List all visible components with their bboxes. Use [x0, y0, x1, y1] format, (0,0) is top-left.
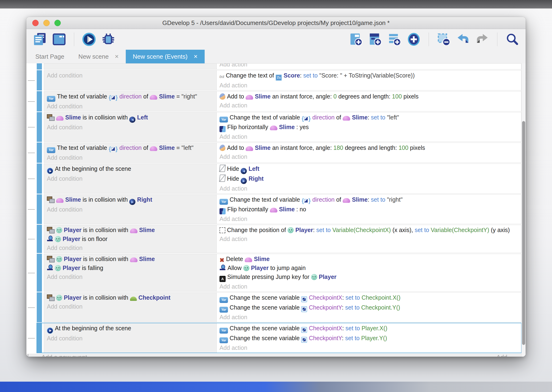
actions-cell[interactable]: VarChange the scene variable CheckpointX… [217, 323, 521, 353]
add-action-button[interactable]: Add action [220, 132, 518, 141]
action-line[interactable]: Hide ▶Right [220, 174, 518, 184]
add-action-button[interactable]: Add action [220, 214, 518, 223]
condition-line[interactable]: Slime is in collision with ◀Left [47, 113, 215, 123]
tab-new-scene-events[interactable]: New scene (Events)× [126, 50, 205, 63]
project-manager-button[interactable] [33, 33, 47, 46]
conditions-cell[interactable]: VarThe text of variable {}direction of S… [44, 91, 217, 111]
event-drag-handle[interactable] [37, 112, 42, 142]
conditions-cell[interactable]: Slime is in collision with ▶RightAdd con… [44, 195, 217, 224]
action-line[interactable]: VarChange the scene variable CheckpointY… [220, 334, 518, 343]
condition-line[interactable]: VarThe text of variable {}direction of S… [47, 143, 215, 153]
actions-cell[interactable]: Hide ◀LeftHide ▶RightAdd action [217, 164, 521, 193]
conditions-cell[interactable]: Slime is in collision with ◀LeftAdd cond… [44, 112, 217, 142]
add-condition-button[interactable]: Add condition [47, 71, 215, 80]
condition-line[interactable]: Player is on floor [47, 234, 215, 243]
add-condition-button[interactable]: Add condition [47, 102, 215, 111]
event-row[interactable]: VarThe text of variable {}direction of S… [37, 142, 521, 163]
action-line[interactable]: txtChange the text of TxScore: set to "S… [220, 71, 518, 81]
action-line[interactable]: ↔Flip horizontally Slime : yes [220, 123, 518, 132]
add-action-button[interactable]: Add action [220, 81, 518, 90]
scrollbar-thumb[interactable] [522, 121, 525, 345]
tab-new-scene[interactable]: New scene× [71, 50, 126, 63]
conditions-cell[interactable]: ▶At the beginning of the sceneAdd condit… [44, 164, 217, 193]
actions-cell[interactable]: VarChange the scene variable CheckpointX… [217, 293, 521, 322]
actions-cell[interactable]: Add to Slime an instant force, angle: 18… [217, 143, 521, 162]
event-drag-handle[interactable] [37, 70, 42, 91]
tab-close-icon[interactable]: × [194, 53, 198, 60]
action-line[interactable]: Add to Slime an instant force, angle: 18… [220, 143, 518, 152]
add-condition-button[interactable]: Add condition [47, 334, 215, 343]
conditions-cell[interactable]: Player is in collision with SlimePlayer … [44, 225, 217, 253]
delete-selection-button[interactable] [437, 33, 450, 46]
add-sub-event-button[interactable] [368, 33, 382, 46]
add-new-event-button[interactable]: Add a new event [41, 354, 87, 357]
event-row[interactable]: Player is in collision with CheckpointAd… [37, 292, 521, 322]
condition-line[interactable]: Player is falling [47, 263, 215, 272]
condition-line[interactable]: Player is in collision with Slime [47, 225, 215, 234]
add-action-button[interactable]: Add action [220, 282, 518, 291]
add-action-button[interactable]: Add action [220, 184, 518, 193]
add-event-button[interactable] [349, 33, 363, 46]
add-action-button[interactable]: Add action [220, 101, 518, 110]
action-line[interactable]: VarChange the text of variable {}directi… [220, 113, 518, 123]
add-condition-button[interactable]: Add condition [47, 153, 215, 162]
conditions-cell[interactable]: ▶At the beginning of the sceneAdd condit… [44, 323, 217, 353]
action-line[interactable]: Allow Player to jump again [220, 263, 518, 272]
event-drag-handle[interactable] [37, 194, 42, 224]
event-row[interactable]: Slime is in collision with ◀LeftAdd cond… [37, 112, 521, 142]
conditions-cell[interactable]: Player is in collision with SlimePlayer … [44, 254, 217, 291]
action-line[interactable]: VarChange the scene variable CheckpointX… [220, 293, 518, 303]
event-row[interactable]: Player is in collision with SlimePlayer … [37, 225, 521, 253]
condition-line[interactable]: ▶At the beginning of the scene [47, 324, 215, 334]
event-drag-handle[interactable] [37, 163, 42, 194]
add-condition-button[interactable]: Add condition [47, 174, 215, 183]
actions-cell[interactable]: ✖Delete SlimeAllow Player to jump againA… [217, 254, 521, 291]
actions-cell[interactable]: txtChange the text of TxScore: set to "S… [217, 70, 521, 90]
title-bar[interactable]: GDevelop 5 - /Users/david/Documents/GDev… [26, 17, 526, 29]
condition-line[interactable]: Player is in collision with Checkpoint [47, 293, 215, 302]
conditions-cell[interactable]: VarThe text of variable {}direction of S… [44, 143, 217, 162]
actions-cell[interactable]: VarChange the text of variable {}directi… [217, 195, 521, 224]
actions-cell[interactable]: Add action [217, 64, 521, 69]
action-line[interactable]: Change the position of Player: set to Va… [220, 225, 518, 234]
undo-button[interactable] [456, 33, 470, 46]
debugger-button[interactable] [102, 33, 115, 46]
event-row[interactable]: VarThe text of variable {}direction of S… [37, 91, 521, 112]
add-action-button[interactable]: Add action [220, 234, 518, 243]
tab-start-page[interactable]: Start Page [28, 50, 71, 63]
tab-close-icon[interactable]: × [115, 53, 118, 60]
search-events-button[interactable] [505, 33, 519, 46]
add-action-button[interactable]: Add action [220, 313, 518, 322]
add-condition-button[interactable]: Add condition [47, 123, 215, 132]
vertical-scrollbar[interactable] [521, 63, 526, 357]
redo-button[interactable] [476, 33, 489, 46]
add-action-button[interactable]: Add action [220, 152, 518, 161]
add-condition-button[interactable]: Add condition [47, 243, 215, 252]
event-drag-handle[interactable] [37, 292, 42, 322]
action-line[interactable]: VarChange the scene variable CheckpointX… [220, 324, 518, 334]
event-drag-handle[interactable] [37, 254, 42, 292]
action-line[interactable]: ASimulate pressing Jump key for Player [220, 272, 518, 282]
actions-cell[interactable]: Change the position of Player: set to Va… [217, 225, 521, 253]
action-line[interactable]: VarChange the scene variable CheckpointY… [220, 303, 518, 313]
scene-editor-button[interactable] [52, 33, 66, 46]
add-condition-button[interactable]: Add condition [47, 205, 215, 214]
condition-line[interactable]: Slime is in collision with ▶Right [47, 195, 215, 205]
event-row[interactable]: Add action [37, 63, 521, 70]
event-row[interactable]: ▶At the beginning of the sceneAdd condit… [37, 163, 521, 194]
add-action-button[interactable]: Add action [220, 343, 518, 352]
action-line[interactable]: ↔Flip horizontally Slime : no [220, 205, 518, 214]
add-condition-button[interactable]: Add condition [47, 272, 215, 281]
event-drag-handle[interactable] [37, 91, 42, 112]
event-drag-handle[interactable] [37, 323, 42, 353]
condition-line[interactable]: ▶At the beginning of the scene [47, 164, 215, 174]
add-condition-button[interactable]: Add condition [47, 302, 215, 311]
conditions-cell[interactable]: Add condition [44, 70, 217, 90]
add-comment-button[interactable] [388, 33, 401, 46]
event-row[interactable]: Slime is in collision with ▶RightAdd con… [37, 194, 521, 224]
event-drag-handle[interactable] [37, 142, 42, 163]
event-drag-handle[interactable] [37, 225, 42, 253]
conditions-cell[interactable] [44, 64, 217, 69]
add-other-button[interactable] [407, 33, 421, 46]
event-drag-handle[interactable] [37, 63, 42, 70]
